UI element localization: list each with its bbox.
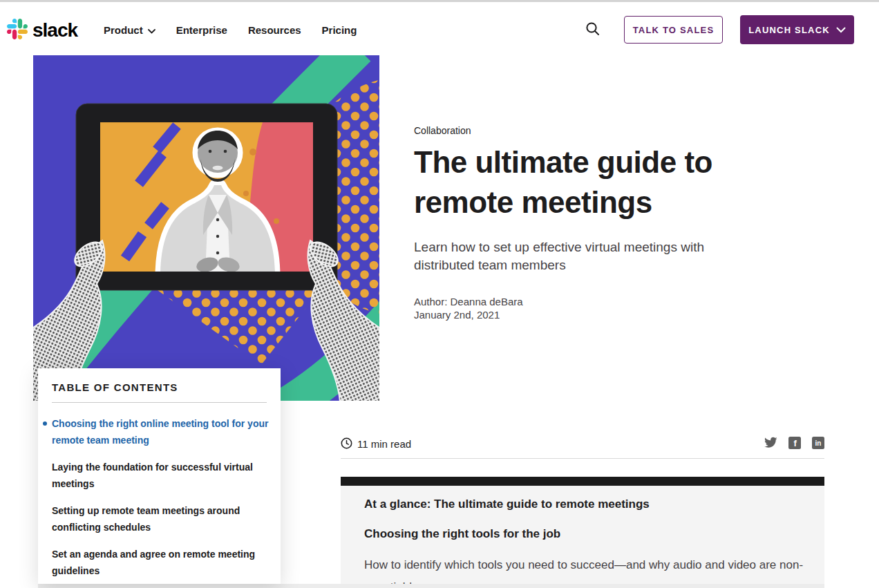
page: slack Product Enterprise Resources Prici… xyxy=(0,0,879,588)
table-of-contents-card: TABLE OF CONTENTS Choosing the right onl… xyxy=(38,368,281,584)
clock-icon xyxy=(341,437,352,451)
slack-logo[interactable]: slack xyxy=(7,2,77,58)
nav-item-pricing[interactable]: Pricing xyxy=(322,24,357,36)
date-line: January 2nd, 2021 xyxy=(414,308,770,321)
svg-text:in: in xyxy=(815,439,822,447)
article-subtitle: Learn how to set up effective virtual me… xyxy=(414,238,754,274)
panel-title: At a glance: The ultimate guide to remot… xyxy=(364,497,801,511)
byline: Author: Deanna deBara January 2nd, 2021 xyxy=(414,295,770,321)
nav-item-resources[interactable]: Resources xyxy=(248,24,301,36)
talk-to-sales-button[interactable]: TALK TO SALES xyxy=(624,16,723,44)
site-header: slack Product Enterprise Resources Prici… xyxy=(0,2,879,58)
read-time: 11 min read xyxy=(341,437,411,451)
author-line: Author: Deanna deBara xyxy=(414,295,770,308)
toc-title: TABLE OF CONTENTS xyxy=(52,381,267,393)
search-icon[interactable] xyxy=(585,21,602,38)
chevron-down-icon xyxy=(148,24,155,36)
slack-logo-mark-icon xyxy=(7,19,28,42)
toc-item[interactable]: Choosing the right online meeting tool f… xyxy=(52,415,274,448)
twitter-icon[interactable] xyxy=(764,437,777,451)
at-a-glance-panel: At a glance: The ultimate guide to remot… xyxy=(341,477,824,588)
page-title: The ultimate guide to remote meetings xyxy=(414,142,766,222)
main-nav: Product Enterprise Resources Pricing xyxy=(104,2,357,58)
nav-item-product[interactable]: Product xyxy=(104,24,155,36)
facebook-icon[interactable]: f xyxy=(788,437,801,452)
category-link[interactable]: Collaboration xyxy=(414,125,770,136)
toc-list: Choosing the right online meeting tool f… xyxy=(52,415,267,588)
slack-wordmark: slack xyxy=(32,19,77,41)
panel-paragraph: How to identify which tools you need to … xyxy=(364,554,806,588)
social-share: f in xyxy=(764,437,824,452)
toc-item[interactable]: Set an agenda and agree on remote meetin… xyxy=(52,546,274,579)
toc-divider xyxy=(52,402,267,403)
svg-text:f: f xyxy=(793,438,797,448)
launch-slack-label: LAUNCH SLACK xyxy=(748,25,830,35)
toc-item[interactable]: Laying the foundation for successful vir… xyxy=(52,459,274,492)
read-time-label: 11 min read xyxy=(357,438,411,450)
panel-section-title: Choosing the right tools for the job xyxy=(364,527,801,541)
article-meta-row: 11 min read f in xyxy=(341,430,824,459)
toc-item[interactable]: Setting up remote team meetings around c… xyxy=(52,502,274,535)
hero-illustration xyxy=(33,55,379,401)
chevron-down-icon xyxy=(836,25,846,35)
panel-body: At a glance: The ultimate guide to remot… xyxy=(341,486,824,588)
panel-top-bar xyxy=(341,477,824,486)
launch-slack-button[interactable]: LAUNCH SLACK xyxy=(740,15,854,44)
article-header: Collaboration The ultimate guide to remo… xyxy=(414,125,770,321)
nav-item-enterprise[interactable]: Enterprise xyxy=(176,24,227,36)
linkedin-icon[interactable]: in xyxy=(812,437,824,452)
